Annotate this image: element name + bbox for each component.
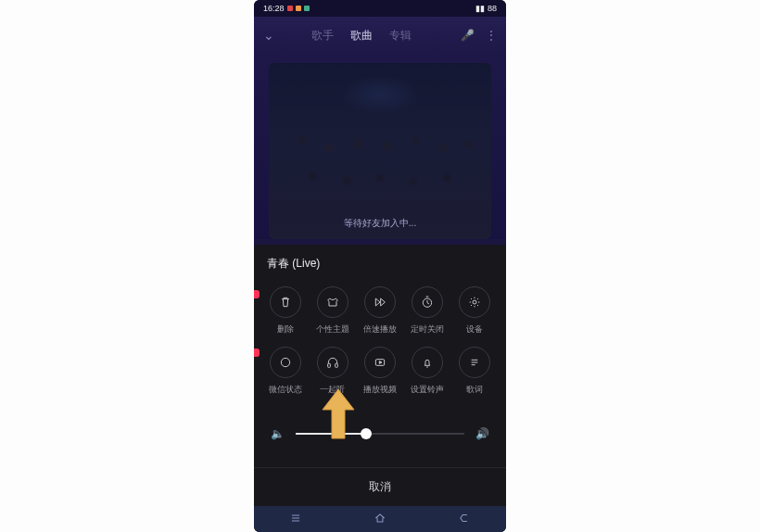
new-badge-icon xyxy=(254,348,260,357)
volume-track[interactable] xyxy=(296,433,464,435)
action-listen-together[interactable]: 一起听 xyxy=(309,347,356,396)
timer-icon xyxy=(412,286,443,318)
video-icon xyxy=(364,347,396,378)
settings-icon xyxy=(459,286,490,318)
status-time: 16:28 xyxy=(263,4,285,13)
action-play-video[interactable]: 播放视频 xyxy=(356,347,403,396)
svg-point-1 xyxy=(473,300,476,304)
volume-thumb[interactable] xyxy=(361,428,372,439)
volume-fill xyxy=(296,433,366,435)
player-header: ⌄ 歌手 歌曲 专辑 🎤 ⋮ xyxy=(254,17,506,54)
action-theme[interactable]: 个性主题 xyxy=(309,286,356,336)
speed-icon xyxy=(364,286,396,318)
action-wechat-status[interactable]: 微信状态 xyxy=(261,347,309,396)
system-nav-bar xyxy=(254,506,506,532)
tab-artist[interactable]: 歌手 xyxy=(311,28,334,44)
cover-caption: 等待好友加入中... xyxy=(269,217,491,230)
phone-frame: 16:28 ▮▮ 88 ⌄ 歌手 歌曲 专辑 🎤 ⋮ 等待好友加入中... xyxy=(254,0,506,532)
tab-album[interactable]: 专辑 xyxy=(389,28,412,44)
cancel-button[interactable]: 取消 xyxy=(254,467,506,506)
action-lyrics[interactable]: 歌词 xyxy=(451,347,499,396)
sheet-title: 青春 (Live) xyxy=(254,256,506,281)
volume-slider[interactable]: 🔈 🔊 xyxy=(254,401,506,440)
battery-level: 88 xyxy=(488,4,497,13)
status-indicator-1 xyxy=(287,6,293,11)
action-row-2: 微信状态 一起听 播放视频 设置铃声 xyxy=(254,341,506,401)
circle-icon xyxy=(270,347,301,378)
share-icon[interactable]: ⋮ xyxy=(486,29,497,42)
svg-rect-3 xyxy=(327,363,330,367)
status-bar: 16:28 ▮▮ 88 xyxy=(254,0,506,17)
svg-rect-4 xyxy=(335,363,337,367)
headphones-icon xyxy=(317,347,348,378)
action-sheet: 青春 (Live) 删除 个性主题 倍速播放 xyxy=(254,245,506,532)
volume-low-icon: 🔈 xyxy=(271,427,285,440)
action-delete[interactable]: 删除 xyxy=(261,286,309,336)
action-device[interactable]: 设备 xyxy=(451,286,499,336)
trash-icon xyxy=(270,286,301,318)
status-indicator-3 xyxy=(304,6,310,11)
tshirt-icon xyxy=(317,286,348,318)
action-timer[interactable]: 定时关闭 xyxy=(404,286,451,336)
action-speed[interactable]: 倍速播放 xyxy=(356,286,403,336)
lyrics-icon xyxy=(459,347,490,378)
volume-high-icon: 🔊 xyxy=(475,427,489,440)
action-row-1: 删除 个性主题 倍速播放 定时关闭 xyxy=(254,281,506,341)
status-indicator-2 xyxy=(296,6,301,11)
new-badge-icon xyxy=(254,290,260,298)
tab-song[interactable]: 歌曲 xyxy=(350,28,373,44)
bell-icon xyxy=(412,347,443,378)
chevron-down-icon[interactable]: ⌄ xyxy=(263,28,274,43)
signal-icon: ▮▮ xyxy=(475,4,485,13)
album-cover[interactable]: 等待好友加入中... xyxy=(269,63,491,239)
cover-area: 等待好友加入中... xyxy=(254,54,506,239)
nav-menu-icon[interactable] xyxy=(288,512,303,527)
nav-back-icon[interactable] xyxy=(457,512,472,527)
header-tabs: 歌手 歌曲 专辑 xyxy=(311,28,412,44)
mic-icon[interactable]: 🎤 xyxy=(461,29,475,42)
svg-point-2 xyxy=(281,358,289,366)
action-ringtone[interactable]: 设置铃声 xyxy=(404,347,451,396)
nav-home-icon[interactable] xyxy=(373,512,387,527)
